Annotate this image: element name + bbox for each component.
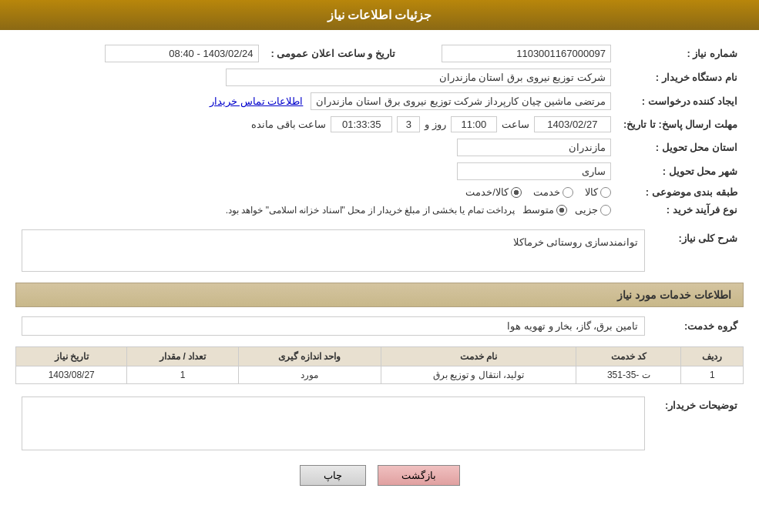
shomareNiaz-value: 1103001167000097 [442, 45, 611, 62]
radio-jozyi-circle [600, 205, 611, 216]
cell-tarikh: 1403/08/27 [16, 366, 127, 384]
radio-kala-circle [600, 187, 611, 198]
sharhKoli-label: شرح کلی نیاز: [678, 233, 737, 244]
goroh-value: تامین برق، گاز، بخار و تهویه هوا [22, 316, 645, 336]
shahr-label: شهر محل تحویل : [617, 159, 744, 183]
sharhKoli-value: توانمندسازی روستائی خرماکلا [22, 229, 645, 272]
noefarayand-label: نوع فرآیند خرید : [617, 201, 744, 219]
col-nam: نام خدمت [381, 347, 576, 366]
radio-kala-khedmat-label: کالا/خدمت [465, 186, 509, 198]
page-header: جزئیات اطلاعات نیاز [0, 0, 759, 30]
back-button[interactable]: بازگشت [378, 465, 460, 486]
khadamat-section-title: اطلاعات خدمات مورد نیاز [15, 283, 744, 307]
table-row: 1ت -35-351تولید، انتقال و توزیع برقمورد1… [16, 366, 744, 384]
ostan-label: استان محل تحویل : [617, 136, 744, 159]
button-row: بازگشت چاپ [15, 465, 744, 501]
mohlat-saat-label: ساعت [502, 119, 529, 130]
col-tedad: تعداد / مقدار [127, 347, 238, 366]
cell-vahed: مورد [238, 366, 381, 384]
col-radif: ردیف [681, 347, 744, 366]
cell-radif: 1 [681, 366, 744, 384]
radio-motawaset-circle [556, 205, 567, 216]
radio-jozyi-label: جزیی [575, 204, 598, 216]
radio-khedmat-circle [563, 187, 573, 198]
mohlat-mande-label: ساعت باقی مانده [251, 119, 326, 130]
shomareNiaz-label: شماره نیاز : [617, 42, 744, 65]
radio-motawaset-label: متوسط [522, 204, 554, 216]
tozihat-box [22, 396, 645, 450]
mohlat-saat-value: 11:00 [451, 116, 497, 132]
radio-kala-khedmat: کالا/خدمت [465, 186, 522, 198]
header-title: جزئیات اطلاعات نیاز [327, 8, 432, 22]
tamas-link[interactable]: اطلاعات تماس خریدار [210, 95, 303, 107]
cell-nam: تولید، انتقال و توزیع برق [381, 366, 576, 384]
tarikhAlan-value: 1403/02/24 - 08:40 [105, 45, 259, 62]
ostan-value: مازندران [457, 139, 611, 156]
radio-kala: کالا [585, 186, 611, 198]
mohlat-roz-value: 3 [397, 116, 420, 132]
tabaqe-label: طبقه بندی موضوعی : [617, 183, 744, 201]
tozihat-label: توضیحات خریدار: [665, 400, 737, 411]
radio-jozyi: جزیی [575, 204, 611, 216]
radio-kala-label: کالا [585, 186, 598, 198]
namDastgah-value: شرکت توزیع نیروی برق استان مازندران [226, 69, 611, 86]
col-vahed: واحد اندازه گیری [238, 347, 381, 366]
shahr-value: ساری [457, 162, 611, 180]
noefarayand-text: پرداخت تمام یا بخشی از مبلغ خریدار از مح… [226, 205, 515, 216]
radio-motawaset: متوسط [522, 204, 567, 216]
print-button[interactable]: چاپ [300, 465, 366, 486]
radio-khedmat: خدمت [533, 186, 573, 198]
col-kod: کد خدمت [576, 347, 681, 366]
mohlat-mande-value: 01:33:35 [331, 116, 392, 132]
cell-kod: ت -35-351 [576, 366, 681, 384]
ijadKonande-value: مرتضی ماشین چیان کارپرداز شرکت توزیع نیر… [311, 92, 611, 110]
ijadKonande-label: ایجاد کننده درخواست : [617, 89, 744, 113]
namDastgah-label: نام دستگاه خریدار : [617, 65, 744, 89]
mohlat-label: مهلت ارسال پاسخ: تا تاریخ: [617, 113, 744, 136]
col-tarikh: تاریخ نیاز [16, 347, 127, 366]
cell-tedad: 1 [127, 366, 238, 384]
services-table: ردیف کد خدمت نام خدمت واحد اندازه گیری ت… [15, 346, 744, 384]
goroh-label: گروه خدمت: [651, 313, 744, 339]
radio-kala-khedmat-circle [511, 187, 522, 198]
mohlat-roz-label: روز و [425, 119, 446, 130]
radio-khedmat-label: خدمت [533, 186, 560, 198]
tarikhAlan-label: تاریخ و ساعت اعلان عمومی : [265, 42, 401, 65]
mohlat-date: 1403/02/27 [534, 116, 611, 132]
